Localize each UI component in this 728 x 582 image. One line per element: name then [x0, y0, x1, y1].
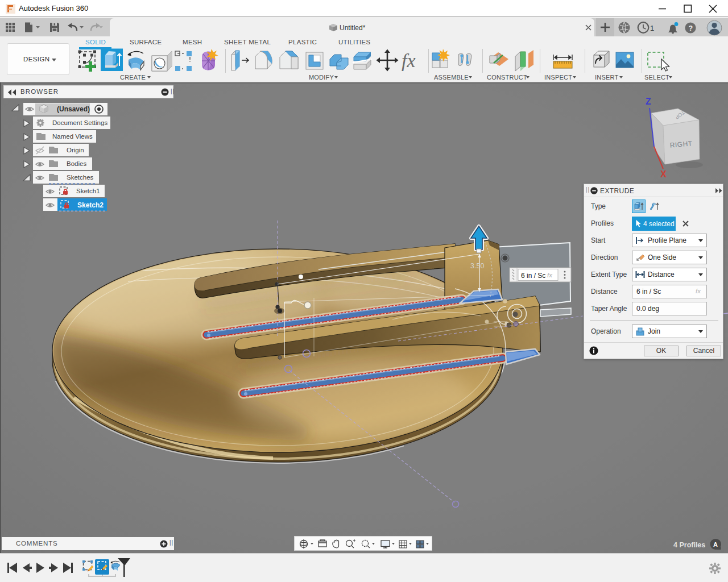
svg-text:Origin: Origin — [67, 147, 84, 153]
svg-text:X: X — [660, 169, 667, 179]
svg-text:4 Profiles: 4 Profiles — [673, 541, 705, 549]
svg-text:A: A — [713, 541, 718, 548]
svg-text:3.50: 3.50 — [470, 262, 484, 270]
svg-text:(Unsaved): (Unsaved) — [57, 105, 90, 113]
svg-text:fx: fx — [547, 272, 553, 278]
svg-text:Sketches: Sketches — [67, 174, 94, 181]
svg-text:Bodies: Bodies — [67, 160, 86, 167]
svg-text:Sketch1: Sketch1 — [76, 188, 100, 194]
svg-text:Document Settings: Document Settings — [52, 119, 107, 126]
svg-text:Z: Z — [646, 97, 651, 106]
svg-text:Named Views: Named Views — [52, 133, 93, 140]
svg-text:Sketch2: Sketch2 — [77, 201, 104, 209]
svg-text:6 in / Sc: 6 in / Sc — [521, 272, 545, 280]
